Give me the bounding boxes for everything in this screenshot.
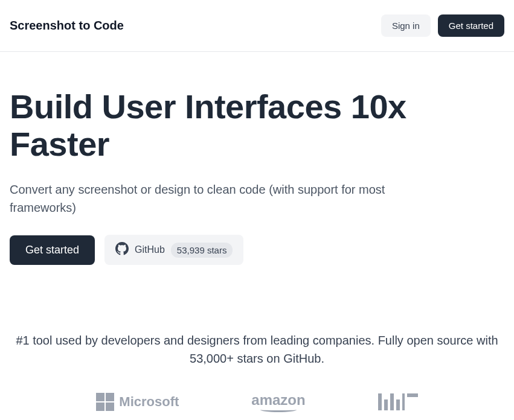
social-proof-text: #1 tool used by developers and designers… (10, 331, 504, 368)
hero-actions: Get started GitHub 53,939 stars (10, 235, 504, 265)
social-proof-section: #1 tool used by developers and designers… (0, 265, 514, 412)
header: Screenshot to Code Sign in Get started (0, 0, 514, 52)
mit-logo (378, 393, 418, 410)
microsoft-logo: Microsoft (96, 393, 179, 411)
amazon-smile-icon (260, 407, 297, 412)
hero-subtitle: Convert any screenshot or design to clea… (10, 180, 445, 217)
brand-title: Screenshot to Code (10, 19, 124, 33)
github-link[interactable]: GitHub 53,939 stars (104, 235, 243, 265)
github-stars-badge: 53,939 stars (171, 243, 233, 258)
header-buttons: Sign in Get started (381, 14, 504, 37)
getstarted-button-header[interactable]: Get started (438, 14, 504, 37)
hero-section: Build User Interfaces 10x Faster Convert… (0, 52, 514, 265)
amazon-logo: amazon (251, 392, 305, 412)
microsoft-icon (96, 393, 114, 411)
signin-button[interactable]: Sign in (381, 14, 431, 37)
microsoft-text: Microsoft (119, 394, 179, 410)
amazon-text: amazon (251, 392, 305, 409)
logos-row: Microsoft amazon (10, 392, 504, 412)
github-label: GitHub (135, 244, 165, 255)
github-icon (115, 242, 129, 258)
getstarted-button-hero[interactable]: Get started (10, 235, 95, 265)
mit-icon (378, 393, 418, 410)
hero-title: Build User Interfaces 10x Faster (10, 88, 504, 162)
